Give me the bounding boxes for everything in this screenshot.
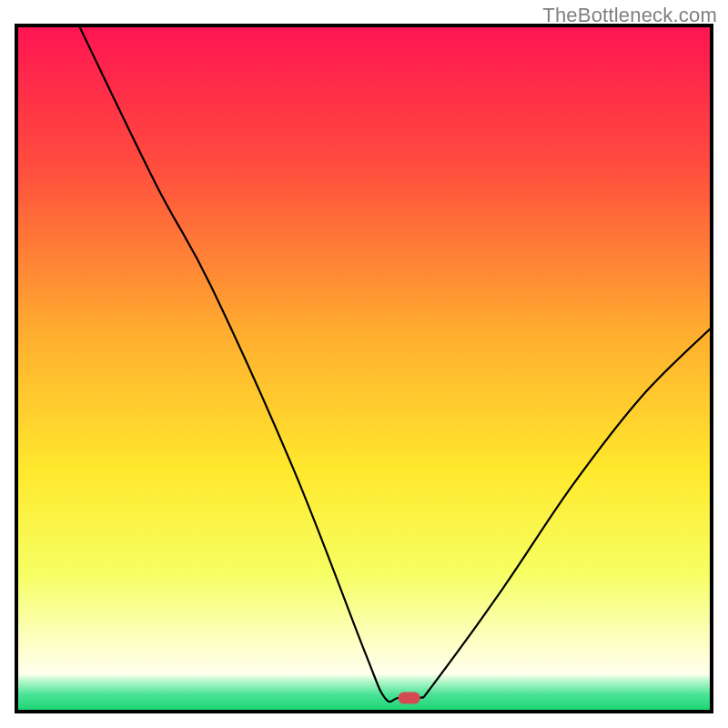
chart-canvas	[0, 0, 728, 728]
watermark-text: TheBottleneck.com	[542, 4, 717, 27]
gradient-background	[16, 25, 712, 712]
plot-area	[16, 25, 712, 712]
bottleneck-chart: TheBottleneck.com	[0, 0, 728, 728]
optimal-marker	[399, 692, 420, 703]
